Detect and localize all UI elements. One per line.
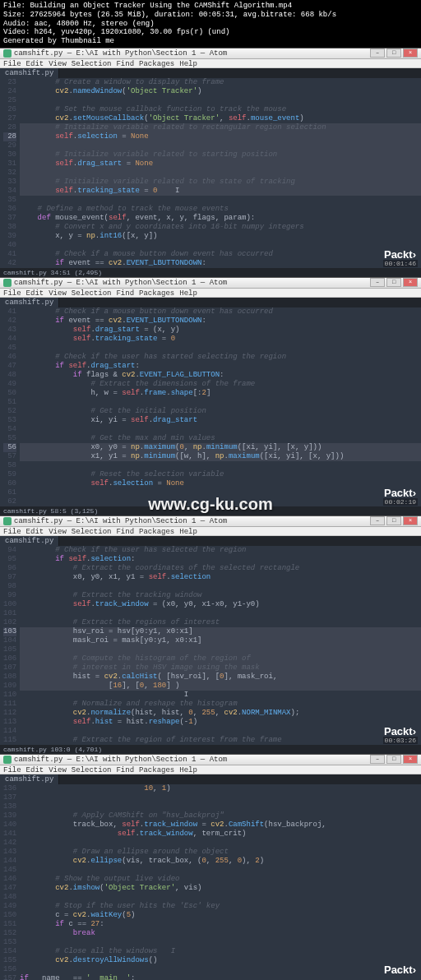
tab-camshift[interactable]: camshift.py bbox=[0, 298, 59, 307]
code-area[interactable]: 9495969798991001011021031041051061071081… bbox=[0, 546, 421, 745]
code-line[interactable] bbox=[20, 802, 421, 811]
code-line[interactable]: x, y = np.int16([x, y]) bbox=[20, 232, 421, 241]
menu-packages[interactable]: Packages bbox=[139, 289, 174, 296]
code-content[interactable]: # Check if a mouse button down event has… bbox=[20, 307, 421, 506]
close-button[interactable]: × bbox=[403, 49, 418, 58]
code-line[interactable]: self.tracking_state = 0 bbox=[20, 335, 421, 344]
menu-selection[interactable]: Selection bbox=[72, 528, 112, 534]
code-line[interactable]: x0, y0 = np.maximum(0, np.minimum([xi, y… bbox=[20, 443, 421, 452]
code-line[interactable]: # Initialize variable related to startin… bbox=[20, 150, 421, 159]
menu-help[interactable]: Help bbox=[179, 528, 197, 534]
code-line[interactable]: # Check if a mouse button down event has… bbox=[20, 250, 421, 259]
minimize-button[interactable]: – bbox=[370, 516, 385, 525]
code-line[interactable]: self.tracking_state = 0 I bbox=[20, 187, 421, 196]
minimize-button[interactable]: – bbox=[370, 278, 385, 287]
code-line[interactable]: self.drag_start = (x, y) bbox=[20, 326, 421, 335]
code-line[interactable]: xi, yi = self.drag_start bbox=[20, 416, 421, 425]
menu-view[interactable]: View bbox=[49, 289, 67, 296]
code-line[interactable]: # interest in the HSV image using the ma… bbox=[20, 663, 421, 673]
menu-selection[interactable]: Selection bbox=[72, 289, 112, 296]
code-line[interactable] bbox=[20, 169, 421, 178]
code-line[interactable]: self.hist = hist.reshape(-1) bbox=[20, 718, 421, 727]
code-line[interactable]: # Extract the coordinates of the selecte… bbox=[20, 564, 421, 573]
menu-file[interactable]: File bbox=[3, 289, 21, 296]
menu-packages[interactable]: Packages bbox=[139, 60, 174, 67]
menu-view[interactable]: View bbox=[49, 60, 67, 67]
menu-find[interactable]: Find bbox=[116, 289, 134, 296]
code-line[interactable]: if event == cv2.EVENT_LBUTTONDOWN: bbox=[20, 317, 421, 326]
code-line[interactable]: # Check if the user has selected the reg… bbox=[20, 546, 421, 555]
code-line[interactable]: self.selection = None bbox=[20, 132, 421, 141]
code-line[interactable]: if c == 27: bbox=[20, 920, 421, 929]
code-line[interactable]: cv2.ellipse(vis, track_box, (0, 255, 0),… bbox=[20, 857, 421, 866]
menu-edit[interactable]: Edit bbox=[26, 289, 44, 296]
code-line[interactable]: if self.drag_start: bbox=[20, 362, 421, 371]
code-line[interactable] bbox=[20, 96, 421, 105]
code-line[interactable]: self.selection = None bbox=[20, 479, 421, 488]
tab-camshift[interactable]: camshift.py bbox=[0, 68, 59, 78]
menu-find[interactable]: Find bbox=[116, 60, 134, 67]
code-line[interactable] bbox=[20, 344, 421, 353]
code-line[interactable]: # Close all the windows I bbox=[20, 947, 421, 956]
menu-packages[interactable]: Packages bbox=[139, 766, 174, 773]
code-line[interactable]: # Initialize variable related to the sta… bbox=[20, 178, 421, 187]
code-content[interactable]: # Check if the user has selected the reg… bbox=[20, 546, 421, 745]
menu-file[interactable]: File bbox=[3, 766, 21, 773]
code-line[interactable]: [16], [0, 180] ) bbox=[20, 682, 421, 691]
code-area[interactable]: 1361371381391401411421431441451461471481… bbox=[0, 784, 421, 980]
code-line[interactable]: x1, y1 = np.minimum([w, h], np.maximum([… bbox=[20, 452, 421, 461]
code-area[interactable]: 2324252627282829303132333435363738394041… bbox=[0, 78, 421, 268]
minimize-button[interactable]: – bbox=[370, 755, 385, 764]
menu-edit[interactable]: Edit bbox=[26, 528, 44, 534]
close-button[interactable]: × bbox=[403, 755, 418, 764]
code-line[interactable] bbox=[20, 839, 421, 848]
code-line[interactable] bbox=[20, 582, 421, 591]
code-line[interactable]: self.drag_start = None bbox=[20, 159, 421, 169]
code-line[interactable]: if event == cv2.EVENT_LBUTTONDOWN: bbox=[20, 259, 421, 268]
code-line[interactable]: # Set the mouse callback function to tra… bbox=[20, 105, 421, 114]
code-line[interactable]: h, w = self.frame.shape[:2] bbox=[20, 389, 421, 398]
code-line[interactable]: x0, y0, x1, y1 = self.selection bbox=[20, 573, 421, 582]
menu-help[interactable]: Help bbox=[179, 289, 197, 296]
code-line[interactable] bbox=[20, 425, 421, 434]
menu-help[interactable]: Help bbox=[179, 60, 197, 67]
code-content[interactable]: 10, 1) # Apply CAMShift on "hsv_backproj… bbox=[20, 784, 421, 980]
code-line[interactable]: hist = cv2.calcHist( [hsv_roi], [0], mas… bbox=[20, 673, 421, 682]
code-line[interactable]: # Show the output live video bbox=[20, 875, 421, 884]
code-line[interactable]: # Draw an ellipse around the object bbox=[20, 848, 421, 857]
code-line[interactable]: c = cv2.waitKey(5) bbox=[20, 911, 421, 920]
code-line[interactable] bbox=[20, 609, 421, 618]
menu-find[interactable]: Find bbox=[116, 528, 134, 534]
code-line[interactable]: cv2.imshow('Object Tracker', vis) bbox=[20, 884, 421, 893]
menu-help[interactable]: Help bbox=[179, 766, 197, 773]
code-line[interactable] bbox=[20, 793, 421, 802]
code-line[interactable] bbox=[20, 461, 421, 470]
code-line[interactable] bbox=[20, 398, 421, 407]
maximize-button[interactable]: □ bbox=[386, 516, 401, 525]
menu-find[interactable]: Find bbox=[116, 766, 134, 773]
code-line[interactable]: self.track_window, term_crit) bbox=[20, 830, 421, 839]
code-line[interactable] bbox=[20, 241, 421, 250]
code-line[interactable] bbox=[20, 866, 421, 875]
code-line[interactable]: mask_roi = mask[y0:y1, x0:x1] bbox=[20, 636, 421, 645]
code-line[interactable]: track_box, self.track_window = cv2.CamSh… bbox=[20, 821, 421, 830]
menu-selection[interactable]: Selection bbox=[72, 60, 112, 67]
code-line[interactable] bbox=[20, 141, 421, 150]
maximize-button[interactable]: □ bbox=[386, 755, 401, 764]
code-line[interactable]: if __name__ == '__main__': bbox=[20, 974, 421, 980]
code-line[interactable] bbox=[20, 938, 421, 947]
code-line[interactable]: if self.selection: bbox=[20, 555, 421, 564]
code-line[interactable]: I bbox=[20, 691, 421, 700]
code-line[interactable]: # Extract the tracking window bbox=[20, 591, 421, 600]
code-line[interactable]: cv2.normalize(hist, hist, 0, 255, cv2.NO… bbox=[20, 709, 421, 718]
code-line[interactable]: # Get the initial position bbox=[20, 407, 421, 416]
maximize-button[interactable]: □ bbox=[386, 278, 401, 287]
code-line[interactable]: 10, 1) bbox=[20, 784, 421, 793]
menu-selection[interactable]: Selection bbox=[72, 766, 112, 773]
maximize-button[interactable]: □ bbox=[386, 49, 401, 58]
code-line[interactable]: # Get the max and min values bbox=[20, 434, 421, 443]
close-button[interactable]: × bbox=[403, 278, 418, 287]
close-button[interactable]: × bbox=[403, 516, 418, 525]
code-line[interactable]: # Extract the region of interest from th… bbox=[20, 736, 421, 745]
tab-camshift[interactable]: camshift.py bbox=[0, 774, 59, 784]
